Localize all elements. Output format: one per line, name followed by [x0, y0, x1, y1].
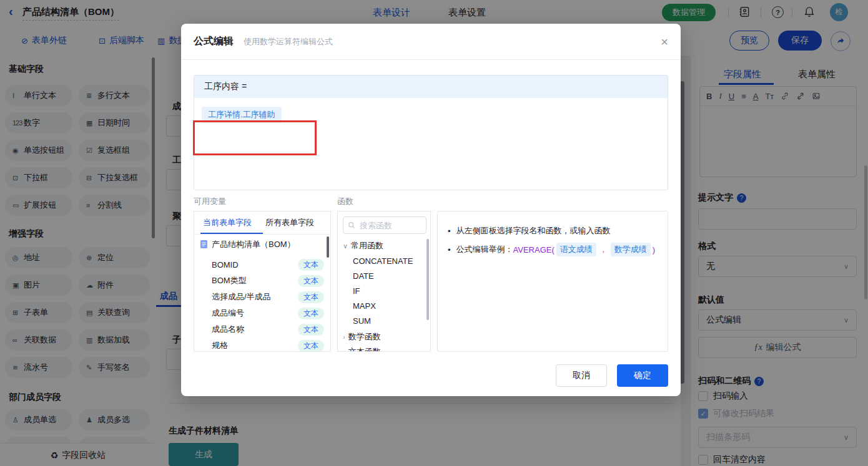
- confirm-button[interactable]: 确定: [617, 364, 668, 387]
- function-item[interactable]: MAPX: [353, 301, 376, 311]
- variables-scrollbar[interactable]: [327, 236, 329, 258]
- formula-token[interactable]: 工序详情.工序辅助: [202, 107, 282, 123]
- modal-subtitle: 使用数学运算符编辑公式: [244, 36, 333, 47]
- functions-panel: ∨ 常用函数 CONCATENATE DATE IF MAPX SUM › 数学…: [337, 211, 431, 352]
- function-item[interactable]: DATE: [353, 271, 374, 281]
- help-tip-2: • 公式编辑举例： AVERAGE( 语文成绩 ， 数学成绩 ): [448, 243, 655, 256]
- field-type-tag: 文本: [298, 259, 324, 271]
- function-item[interactable]: CONCATENATE: [353, 256, 413, 266]
- function-search-input[interactable]: [358, 220, 417, 231]
- formula-editor-modal: 公式编辑 使用数学运算符编辑公式 × 工序内容 = 工序详情.工序辅助 可用变量…: [181, 24, 681, 396]
- function-item[interactable]: SUM: [353, 316, 371, 326]
- chevron-right-icon: ›: [343, 348, 345, 352]
- variable-field-row[interactable]: 成品编号 文本: [212, 305, 328, 321]
- example-arg-chip: 数学成绩: [611, 243, 651, 256]
- modal-header: 公式编辑 使用数学运算符编辑公式 ×: [181, 24, 681, 60]
- variables-panel: 当前表单字段 所有表单字段 产品结构清单（BOM） BOMID 文本 BOM类型…: [194, 211, 331, 352]
- variables-section-label: 可用变量: [194, 196, 226, 207]
- function-group-math[interactable]: › 数学函数: [343, 331, 381, 342]
- functions-section-label: 函数: [337, 196, 353, 207]
- example-function-open: AVERAGE(: [513, 245, 555, 255]
- cancel-button[interactable]: 取消: [556, 364, 607, 387]
- annotation-red-box: [193, 120, 317, 155]
- modal-title: 公式编辑: [194, 35, 234, 48]
- variable-field-row[interactable]: BOM类型 文本: [212, 273, 328, 289]
- formula-input-area[interactable]: 工序详情.工序辅助: [194, 98, 668, 190]
- example-comma: ，: [599, 244, 608, 255]
- field-type-tag: 文本: [298, 324, 324, 336]
- variable-field-row[interactable]: 规格 文本: [212, 337, 328, 352]
- variable-field-row[interactable]: BOMID 文本: [212, 256, 328, 273]
- field-type-tag: 文本: [298, 275, 324, 287]
- help-tip-1: • 从左侧面板选择字段名和函数，或输入函数: [448, 225, 611, 236]
- variables-tabs: 当前表单字段 所有表单字段: [194, 211, 330, 235]
- field-type-tag: 文本: [298, 340, 324, 352]
- chevron-down-icon: ∨: [343, 242, 348, 250]
- formula-editor-box: 工序内容 = 工序详情.工序辅助: [194, 75, 668, 190]
- variables-root-node[interactable]: 产品结构清单（BOM）: [200, 239, 295, 250]
- chevron-right-icon: ›: [343, 333, 345, 341]
- field-type-tag: 文本: [298, 308, 324, 319]
- example-function-close: ): [653, 245, 655, 255]
- tab-current-form-fields[interactable]: 当前表单字段: [203, 217, 252, 228]
- formula-target: 工序内容 =: [194, 75, 668, 98]
- search-icon: [348, 221, 355, 229]
- variables-tab-indicator: [200, 233, 263, 234]
- example-arg-chip: 语文成绩: [556, 243, 596, 256]
- variable-field-row[interactable]: 选择成品/半成品 文本: [212, 289, 328, 305]
- function-group-text[interactable]: › 文本函数: [343, 346, 381, 352]
- function-group-common[interactable]: ∨ 常用函数: [343, 240, 383, 251]
- app-root: ‹ 产品结构清单（BOM） 表单设计 表单设置 数据管理 ? 检 ⊘: [0, 0, 868, 466]
- function-item[interactable]: IF: [353, 286, 360, 296]
- document-icon: [200, 240, 208, 249]
- formula-help-panel: • 从左侧面板选择字段名和函数，或输入函数 • 公式编辑举例： AVERAGE(…: [437, 211, 668, 352]
- functions-scrollbar[interactable]: [427, 239, 429, 320]
- function-search-box: [343, 216, 427, 234]
- tab-all-form-fields[interactable]: 所有表单字段: [265, 217, 314, 228]
- variable-field-row[interactable]: 成品名称 文本: [212, 321, 328, 337]
- close-icon[interactable]: ×: [661, 36, 668, 48]
- field-type-tag: 文本: [298, 291, 324, 303]
